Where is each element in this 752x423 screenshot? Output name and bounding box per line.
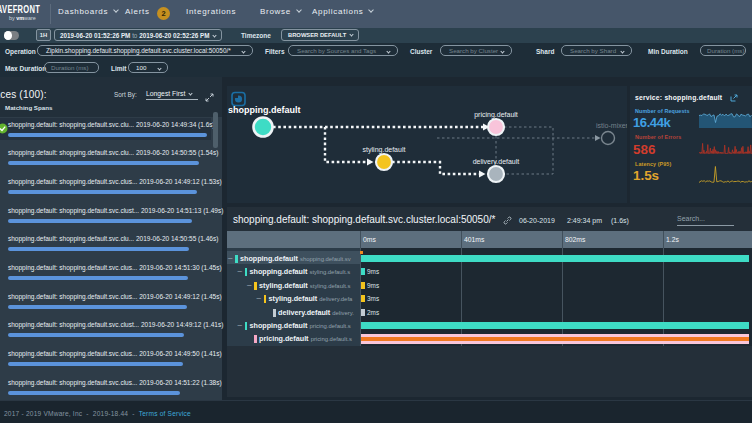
- svg-text:styling.default: styling.default: [363, 146, 406, 154]
- svg-text:shopping.default: shopping.default: [228, 105, 301, 115]
- svg-text:istio-mixer: istio-mixer: [596, 122, 627, 129]
- svg-text:pricing.default: pricing.default: [474, 111, 518, 119]
- svg-text:delivery.default: delivery.default: [473, 158, 520, 166]
